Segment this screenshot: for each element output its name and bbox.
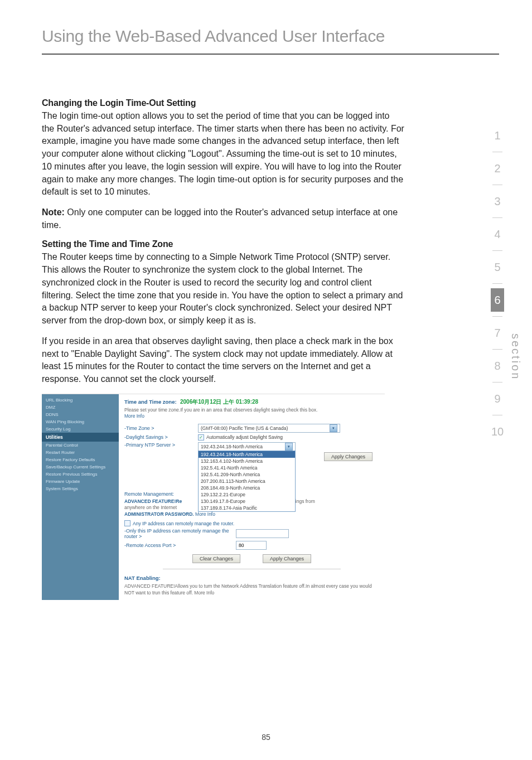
- ntp-label: -Primary NTP Server >: [124, 442, 198, 448]
- more-info-link-2[interactable]: More Info: [195, 511, 215, 517]
- ntp-select[interactable]: 192.43.244.18-North America ▾: [198, 442, 296, 451]
- tab-divider: [492, 316, 502, 317]
- time-title-label: Time and Time zone:: [124, 399, 177, 405]
- main-content: Changing the Login Time-Out Setting The …: [0, 55, 452, 386]
- note-text: Only one computer can be logged into the…: [42, 207, 398, 230]
- section-vertical-label: section: [509, 333, 522, 380]
- sidebar-item[interactable]: Restore Previous Settings: [42, 471, 119, 478]
- dropdown-option[interactable]: 132.163.4.102-North America: [199, 458, 295, 464]
- sidebar-item[interactable]: Parental Control: [42, 442, 119, 449]
- section-tab-6-active[interactable]: 6: [491, 288, 504, 312]
- time-desc: Please set your time zone.If you are in …: [124, 407, 379, 419]
- sidebar-item[interactable]: Restore Factory Defaults: [42, 456, 119, 463]
- router-sidebar: URL Blocking DMZ DDNS WAN Ping Blocking …: [42, 394, 119, 600]
- daylight-text: Automatically adjust Daylight Saving: [206, 434, 283, 440]
- daylight-checkbox[interactable]: ✓: [198, 434, 204, 440]
- ntp-selected: 192.43.244.18-North America: [201, 444, 263, 449]
- dropdown-option[interactable]: 207.200.81.113-North America: [199, 478, 295, 485]
- dropdown-option[interactable]: 192.43.244.18-North America: [199, 451, 295, 458]
- sidebar-item[interactable]: Restart Router: [42, 449, 119, 456]
- section-tab-9[interactable]: 9: [491, 387, 504, 410]
- only-ip-label: -Only this IP address can remotely manag…: [124, 528, 236, 539]
- para-time-zone-2: If you reside in an area that observes d…: [42, 335, 404, 386]
- section-tab-1[interactable]: 1: [491, 124, 504, 147]
- tab-divider: [492, 185, 502, 185]
- sidebar-item[interactable]: URL Blocking: [42, 396, 119, 404]
- page-number: 85: [0, 733, 532, 742]
- sidebar-head-utilities: Utilities: [42, 433, 119, 442]
- section-tab-7[interactable]: 7: [491, 321, 504, 345]
- remote-port-input[interactable]: [236, 541, 267, 550]
- ntp-dropdown-list[interactable]: 192.43.244.18-North America 132.163.4.10…: [198, 451, 296, 512]
- section-tab-5[interactable]: 5: [491, 255, 504, 279]
- daylight-label: -Daylight Savings >: [124, 434, 198, 440]
- apply-changes-button-2[interactable]: Apply Changes: [263, 554, 311, 563]
- section-tab-8[interactable]: 8: [491, 354, 504, 377]
- sidebar-item[interactable]: Security Log: [42, 425, 119, 433]
- admin-pwd-label: ADMINISTRATOR PASSWORD.: [124, 511, 194, 517]
- dropdown-option[interactable]: 137.189.8.174-Asia Pacific: [199, 505, 295, 511]
- para-time-zone-1: The Router keeps time by connecting to a…: [42, 251, 404, 327]
- note-label: Note:: [42, 207, 65, 217]
- router-ui-screenshot: URL Blocking DMZ DDNS WAN Ping Blocking …: [42, 394, 385, 600]
- dropdown-option[interactable]: 192.5.41.209-North America: [199, 471, 295, 478]
- time-value: 2006年10月12日 上午 01:39:28: [180, 399, 258, 405]
- sidebar-item[interactable]: System Settings: [42, 485, 119, 492]
- chevron-down-icon: ▾: [285, 443, 293, 451]
- more-info-link[interactable]: More Info: [124, 413, 144, 419]
- timezone-selected: (GMT-08:00) Pacific Time (US & Canada): [201, 425, 288, 431]
- para-login-timeout: The login time-out option allows you to …: [42, 110, 404, 199]
- dropdown-option[interactable]: 208.184.49.9-North America: [199, 485, 295, 491]
- any-ip-checkbox[interactable]: ✓: [124, 520, 130, 526]
- section-tab-3[interactable]: 3: [491, 190, 504, 213]
- any-ip-label: Any IP address can remotely manage the r…: [133, 521, 234, 526]
- heading-time-zone: Setting the Time and Time Zone: [42, 239, 404, 249]
- sidebar-item[interactable]: WAN Ping Blocking: [42, 418, 119, 425]
- note: Note: Only one computer can be logged in…: [42, 206, 404, 231]
- sidebar-item[interactable]: Save/Backup Current Settings: [42, 463, 119, 471]
- section-tab-2[interactable]: 2: [491, 157, 504, 180]
- timezone-select[interactable]: (GMT-08:00) Pacific Time (US & Canada) ▾: [198, 424, 340, 433]
- clear-changes-button[interactable]: Clear Changes: [192, 554, 240, 563]
- section-tab-4[interactable]: 4: [491, 222, 504, 246]
- nat-heading: NAT Enabling:: [124, 575, 379, 581]
- divider: [163, 569, 341, 569]
- sidebar-item[interactable]: DMZ: [42, 404, 119, 411]
- tab-divider: [492, 415, 502, 415]
- section-tab-10[interactable]: 10: [491, 420, 504, 443]
- nat-text: ADVANCED FEATURE!Allows you to turn the …: [124, 583, 379, 596]
- only-ip-input[interactable]: [236, 529, 289, 538]
- tab-divider: [492, 349, 502, 350]
- timezone-label: -Time Zone >: [124, 425, 198, 431]
- sidebar-item[interactable]: Firmware Update: [42, 478, 119, 485]
- heading-login-timeout: Changing the Login Time-Out Setting: [42, 98, 404, 108]
- tab-divider: [492, 217, 502, 218]
- tab-divider: [492, 382, 502, 383]
- tab-divider: [492, 283, 502, 284]
- dropdown-option[interactable]: 129.132.2.21-Europe: [199, 491, 295, 498]
- tab-divider: [492, 152, 502, 152]
- remote-port-label: -Remote Access Port >: [124, 543, 236, 548]
- router-main-panel: Time and Time zone: 2006年10月12日 上午 01:39…: [119, 394, 385, 600]
- chevron-down-icon: ▾: [330, 424, 337, 432]
- apply-changes-button[interactable]: Apply Changes: [324, 452, 373, 461]
- page-title: Using the Web-Based Advanced User Interf…: [0, 0, 532, 54]
- sidebar-item[interactable]: DDNS: [42, 411, 119, 418]
- tab-divider: [492, 250, 502, 251]
- section-tabs: 1 2 3 4 5 6 7 8 9 10: [491, 124, 504, 443]
- dropdown-option[interactable]: 192.5.41.41-North America: [199, 464, 295, 471]
- dropdown-option[interactable]: 130.149.17.8-Europe: [199, 498, 295, 505]
